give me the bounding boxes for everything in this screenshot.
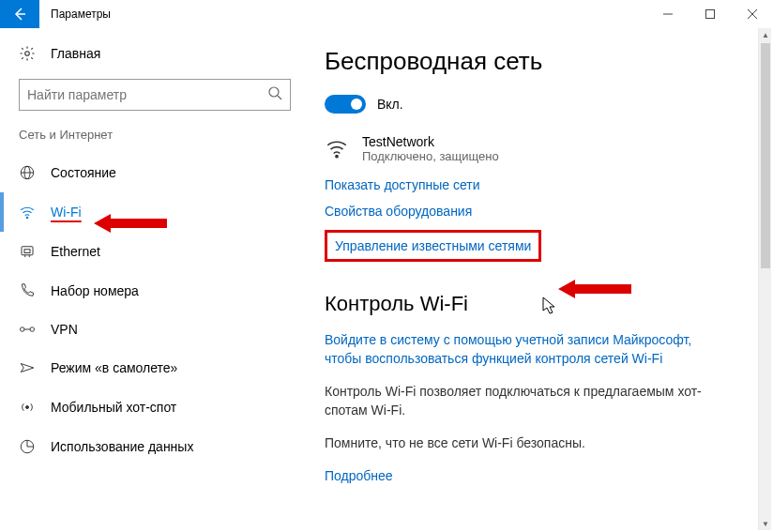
svg-point-4 [25, 52, 30, 56]
svg-line-6 [278, 96, 281, 99]
show-networks-link[interactable]: Показать доступные сети [325, 177, 745, 192]
search-input[interactable] [19, 79, 291, 111]
close-button[interactable] [731, 0, 773, 28]
gear-icon [19, 45, 36, 62]
svg-point-16 [30, 327, 35, 332]
manage-known-networks-link[interactable]: Управление известными сетями [325, 230, 541, 262]
network-status: Подключено, защищено [362, 149, 499, 163]
airplane-icon [19, 359, 36, 376]
sidebar-item-vpn[interactable]: VPN [0, 311, 310, 348]
sidebar-item-hotspot[interactable]: Мобильный хот-спот [0, 388, 310, 427]
svg-rect-11 [22, 247, 33, 255]
signin-link[interactable]: Войдите в систему с помощью учетной запи… [325, 331, 719, 368]
sidebar-item-dialup[interactable]: Набор номера [0, 271, 310, 311]
minimize-button[interactable] [646, 0, 689, 28]
titlebar: Параметры [0, 0, 773, 28]
sidebar-item-label: VPN [51, 322, 78, 337]
home-label: Главная [51, 46, 100, 61]
network-name: TestNetwork [362, 134, 499, 149]
page-title: Беспроводная сеть [325, 47, 745, 76]
sidebar-item-label: Мобильный хот-спот [51, 400, 176, 415]
phone-icon [19, 282, 36, 299]
info-text: Помните, что не все сети Wi-Fi безопасны… [325, 434, 719, 453]
more-link[interactable]: Подробнее [325, 468, 745, 483]
main-content: Беспроводная сеть Вкл. TestNetwork Подкл… [310, 28, 773, 532]
sidebar-item-wifi[interactable]: Wi-Fi [0, 192, 310, 232]
info-text: Контроль Wi-Fi позволяет подключаться к … [325, 383, 719, 419]
sidebar-item-ethernet[interactable]: Ethernet [0, 232, 310, 271]
window-controls [646, 0, 773, 28]
sidebar-item-airplane[interactable]: Режим «в самолете» [0, 348, 310, 388]
scroll-up-icon[interactable]: ▲ [759, 28, 772, 41]
sidebar-item-label: Использование данных [51, 439, 193, 454]
wifi-icon [325, 134, 349, 164]
back-button[interactable] [0, 0, 39, 28]
svg-point-5 [269, 87, 279, 97]
sidebar-item-label: Состояние [51, 165, 116, 180]
home-button[interactable]: Главная [0, 45, 310, 79]
sidebar-item-label: Ethernet [51, 244, 100, 259]
sidebar-item-label: Набор номера [51, 283, 139, 298]
search-field[interactable] [27, 87, 267, 102]
globe-icon [19, 164, 36, 181]
toggle-label: Вкл. [377, 97, 403, 112]
connected-network[interactable]: TestNetwork Подключено, защищено [325, 134, 745, 164]
wifi-icon [19, 204, 36, 220]
svg-rect-1 [705, 10, 714, 19]
sidebar-item-label: Wi-Fi [51, 205, 82, 220]
section-heading: Контроль Wi-Fi [325, 292, 745, 316]
scroll-thumb[interactable] [761, 43, 770, 268]
svg-point-15 [21, 327, 25, 332]
sidebar-item-datausage[interactable]: Использование данных [0, 427, 310, 466]
scrollbar[interactable]: ▲ ▼ [758, 28, 771, 530]
ethernet-icon [19, 243, 36, 260]
section-label: Сеть и Интернет [0, 128, 310, 153]
svg-rect-12 [24, 250, 30, 253]
hardware-props-link[interactable]: Свойства оборудования [325, 204, 745, 219]
sidebar-item-status[interactable]: Состояние [0, 153, 310, 192]
sidebar-item-label: Режим «в самолете» [51, 360, 177, 375]
vpn-icon [19, 323, 36, 336]
svg-point-18 [26, 406, 29, 409]
hotspot-icon [19, 399, 36, 416]
scroll-down-icon[interactable]: ▼ [759, 517, 772, 530]
window-title: Параметры [39, 8, 646, 21]
maximize-button[interactable] [689, 0, 731, 28]
search-icon [267, 85, 282, 104]
sidebar: Главная Сеть и Интернет Состояние Wi-Fi … [0, 28, 310, 532]
wifi-toggle[interactable] [325, 95, 366, 114]
svg-point-10 [26, 217, 28, 219]
svg-point-20 [336, 156, 338, 158]
data-icon [19, 438, 36, 455]
